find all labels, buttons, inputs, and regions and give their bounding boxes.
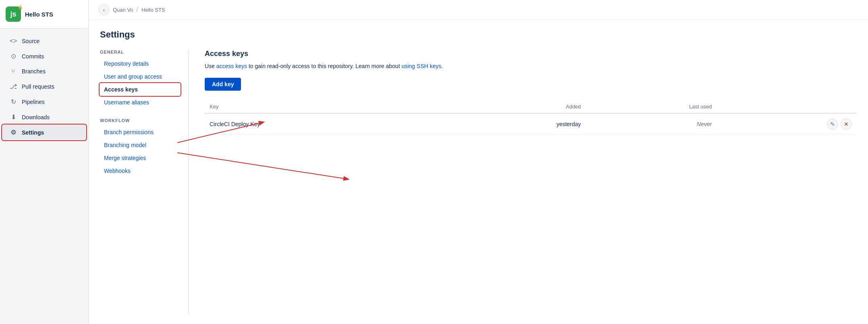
settings-nav-branch-permissions[interactable]: Branch permissions bbox=[100, 126, 180, 138]
commits-icon: ⊙ bbox=[10, 52, 17, 60]
access-keys-link[interactable]: access keys bbox=[216, 63, 247, 69]
edit-key-button[interactable]: ✎ bbox=[827, 118, 838, 130]
page-wrapper: Settings GENERAL Repository details User… bbox=[89, 20, 868, 324]
main-area: ‹ Quan Vo / Hello STS Settings GENERAL R… bbox=[89, 0, 868, 324]
breadcrumb-bar: ‹ Quan Vo / Hello STS bbox=[89, 0, 868, 20]
sidebar-item-label: Commits bbox=[22, 53, 44, 60]
delete-key-button[interactable]: ✕ bbox=[841, 118, 852, 130]
settings-nav-branching-model[interactable]: Branching model bbox=[100, 139, 180, 151]
settings-content-area: Settings GENERAL Repository details User… bbox=[89, 20, 868, 324]
app-name: Hello STS bbox=[25, 11, 53, 18]
access-keys-title: Access keys bbox=[205, 50, 857, 58]
ssh-keys-link[interactable]: using SSH keys bbox=[401, 63, 441, 69]
page-title: Settings bbox=[100, 29, 857, 40]
key-added: yesterday bbox=[448, 113, 586, 135]
key-last-used: Never bbox=[586, 113, 717, 135]
desc-prefix: Use bbox=[205, 63, 216, 69]
col-key: Key bbox=[205, 100, 448, 113]
sidebar-item-commits[interactable]: ⊙ Commits bbox=[2, 49, 86, 64]
breadcrumb-separator: / bbox=[137, 6, 138, 13]
settings-nav-merge-strategies[interactable]: Merge strategies bbox=[100, 152, 180, 164]
settings-sidebar: GENERAL Repository details User and grou… bbox=[100, 50, 189, 314]
settings-nav-username-aliases[interactable]: Username aliases bbox=[100, 96, 180, 108]
settings-icon: ⚙ bbox=[10, 129, 17, 136]
branches-icon: ⑂ bbox=[10, 68, 17, 75]
settings-nav-webhooks[interactable]: Webhooks bbox=[100, 165, 180, 177]
settings-nav-repository-details[interactable]: Repository details bbox=[100, 58, 180, 70]
sidebar-item-settings[interactable]: ⚙ Settings bbox=[2, 125, 86, 140]
sidebar-item-branches[interactable]: ⑂ Branches bbox=[2, 64, 86, 79]
source-icon: <> bbox=[10, 37, 17, 45]
sidebar-item-label: Pull requests bbox=[22, 83, 54, 90]
pull-requests-icon: ⎇ bbox=[10, 83, 17, 90]
sidebar-item-label: Pipelines bbox=[22, 99, 45, 105]
downloads-icon: ⬇ bbox=[10, 113, 17, 121]
sidebar-header: js 🔒 Hello STS bbox=[0, 0, 88, 29]
section-label-general: GENERAL bbox=[100, 50, 180, 54]
desc-middle: to gain read-only access to this reposit… bbox=[247, 63, 401, 69]
table-row: CircleCI Deploy Key yesterday Never ✎ ✕ bbox=[205, 113, 857, 135]
col-actions bbox=[716, 100, 857, 113]
desc-suffix: . bbox=[441, 63, 443, 69]
access-keys-description: Use access keys to gain read-only access… bbox=[205, 62, 857, 71]
settings-layout: GENERAL Repository details User and grou… bbox=[100, 50, 857, 314]
sidebar-nav: <> Source ⊙ Commits ⑂ Branches ⎇ Pull re… bbox=[0, 29, 88, 324]
settings-nav-user-group-access[interactable]: User and group access bbox=[100, 71, 180, 83]
sidebar-item-pull-requests[interactable]: ⎇ Pull requests bbox=[2, 79, 86, 94]
left-sidebar: js 🔒 Hello STS <> Source ⊙ Commits ⑂ Bra… bbox=[0, 0, 89, 324]
sidebar-item-source[interactable]: <> Source bbox=[2, 34, 86, 48]
col-last-used: Last used bbox=[586, 100, 717, 113]
logo-text: js bbox=[10, 10, 16, 19]
sidebar-item-downloads[interactable]: ⬇ Downloads bbox=[2, 110, 86, 125]
pipelines-icon: ↻ bbox=[10, 98, 17, 106]
section-label-workflow: WORKFLOW bbox=[100, 118, 180, 123]
access-keys-section: Access keys Use access keys to gain read… bbox=[189, 50, 857, 314]
access-keys-table: Key Added Last used CircleCI Deploy Key … bbox=[205, 100, 857, 135]
add-key-button[interactable]: Add key bbox=[205, 78, 241, 91]
back-button[interactable]: ‹ bbox=[98, 4, 110, 15]
sidebar-item-label: Settings bbox=[22, 129, 44, 136]
app-logo: js 🔒 bbox=[6, 6, 21, 22]
key-actions: ✎ ✕ bbox=[716, 113, 857, 135]
col-added: Added bbox=[448, 100, 586, 113]
sidebar-item-label: Downloads bbox=[22, 114, 50, 120]
lock-icon: 🔒 bbox=[18, 5, 23, 9]
settings-nav-access-keys[interactable]: Access keys bbox=[100, 83, 180, 96]
actions-group: ✎ ✕ bbox=[721, 118, 852, 130]
sidebar-item-label: Branches bbox=[22, 68, 46, 75]
sidebar-item-pipelines[interactable]: ↻ Pipelines bbox=[2, 94, 86, 109]
breadcrumb-repo: Hello STS bbox=[141, 7, 165, 13]
key-name: CircleCI Deploy Key bbox=[205, 113, 448, 135]
sidebar-item-label: Source bbox=[22, 38, 39, 44]
breadcrumb-user: Quan Vo bbox=[113, 7, 133, 13]
